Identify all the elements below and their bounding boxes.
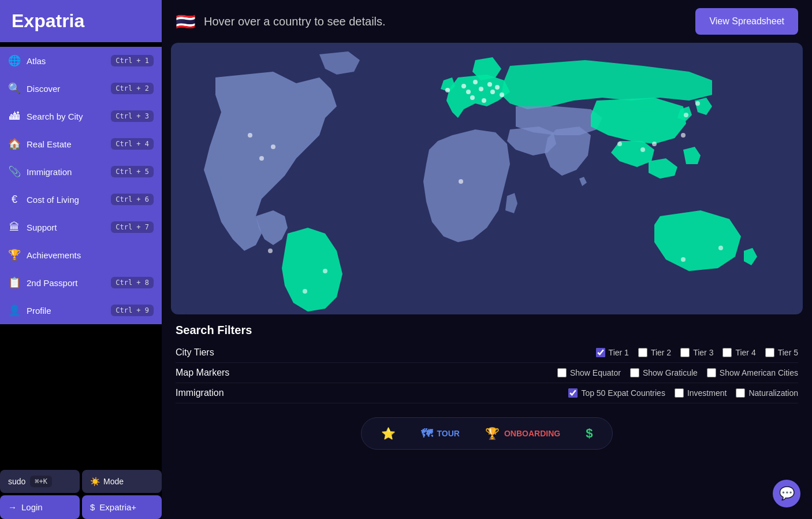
sidebar-item-label: Cost of Living xyxy=(27,195,79,205)
filter-row-map-markers: Map MarkersShow EquatorShow GraticuleSho… xyxy=(176,363,798,383)
sidebar-item-label: 2nd Passport xyxy=(27,278,77,288)
checkbox-naturalization[interactable] xyxy=(736,388,745,398)
sidebar-item-2nd-passport[interactable]: 📋 2nd Passport Ctrl + 8 xyxy=(0,269,162,296)
svg-point-1 xyxy=(461,84,466,88)
svg-point-17 xyxy=(640,147,645,152)
shortcut-badge: Ctrl + 2 xyxy=(111,83,154,94)
shortcut-badge: Ctrl + 1 xyxy=(111,55,154,66)
tour-icon: 🗺 xyxy=(421,427,433,440)
sun-icon: ☀️ xyxy=(90,477,100,486)
view-spreadsheet-button[interactable]: View Spreadsheet xyxy=(695,8,798,35)
svg-point-11 xyxy=(500,92,504,97)
sudo-button[interactable]: sudo ⌘+K xyxy=(0,470,80,493)
dollar-sign-icon: $ xyxy=(586,426,593,441)
sidebar-item-left: 🏆 Achievements xyxy=(8,249,81,261)
svg-point-13 xyxy=(259,156,264,161)
sidebar-item-left: 🏠 Real Estate xyxy=(8,138,72,150)
sidebar-item-left: 🌐 Atlas xyxy=(8,54,46,67)
header-left: 🇹🇭 Hover over a country to see details. xyxy=(176,12,386,31)
filter-controls-city-tiers: Tier 1Tier 2Tier 3Tier 4Tier 5 xyxy=(596,348,798,357)
chat-button[interactable]: 💬 xyxy=(773,480,800,507)
sidebar-item-label: Search by City xyxy=(27,112,83,121)
checkbox-tier1[interactable] xyxy=(596,348,605,357)
filter-label-text-show-american-cities: Show American Cities xyxy=(707,368,798,377)
filter-row-immigration-filter: ImmigrationTop 50 Expat CountriesInvestm… xyxy=(176,383,798,403)
sidebar-item-immigration[interactable]: 📎 Immigration Ctrl + 5 xyxy=(0,158,162,186)
checkbox-top50-expat[interactable] xyxy=(568,388,578,398)
checkbox-tier2[interactable] xyxy=(638,348,647,357)
filter-item-show-american-cities: Show American Cities xyxy=(707,368,798,377)
filter-label-text-tier1: Tier 1 xyxy=(596,348,629,357)
filter-label-map-markers: Map Markers xyxy=(176,368,268,378)
filter-label-text-naturalization: Naturalization xyxy=(736,388,798,398)
svg-point-9 xyxy=(495,85,500,90)
tab-tour[interactable]: 🗺 TOUR xyxy=(415,424,465,444)
immigration-icon: 📎 xyxy=(8,165,21,178)
filter-label-text-investment: Investment xyxy=(675,388,727,398)
svg-point-7 xyxy=(470,95,475,100)
sudo-label: sudo xyxy=(8,477,25,486)
shortcut-badge: Ctrl + 6 xyxy=(111,194,154,205)
filter-label-text-show-graticule: Show Graticule xyxy=(630,368,698,377)
sidebar-item-real-estate[interactable]: 🏠 Real Estate Ctrl + 4 xyxy=(0,130,162,158)
sidebar-item-profile[interactable]: 👤 Profile Ctrl + 9 xyxy=(0,296,162,324)
filter-item-naturalization: Naturalization xyxy=(736,388,798,398)
filter-label-text-tier4: Tier 4 xyxy=(722,348,755,357)
checkbox-investment[interactable] xyxy=(675,388,684,398)
login-row: → Login $ Expatria+ xyxy=(0,495,162,519)
sidebar-item-search-by-city[interactable]: 🏙 Search by City Ctrl + 3 xyxy=(0,102,162,130)
filter-row-city-tiers: City TiersTier 1Tier 2Tier 3Tier 4Tier 5 xyxy=(176,343,798,363)
mode-button[interactable]: ☀️ Mode xyxy=(82,470,162,493)
sidebar-item-achievements[interactable]: 🏆 Achievements xyxy=(0,241,162,269)
login-icon: → xyxy=(8,502,17,512)
tab-star[interactable]: ⭐ xyxy=(375,423,401,444)
real-estate-icon: 🏠 xyxy=(8,138,21,150)
shortcut-badge: Ctrl + 4 xyxy=(111,138,154,150)
checkbox-show-american-cities[interactable] xyxy=(707,368,716,377)
checkbox-tier4[interactable] xyxy=(722,348,732,357)
bottom-bar: ⭐ 🗺 TOUR 🏆 ONBOARDING $ xyxy=(162,413,812,457)
svg-point-2 xyxy=(473,80,478,84)
tab-dollar[interactable]: $ xyxy=(580,422,598,444)
checkbox-show-graticule[interactable] xyxy=(630,368,639,377)
shortcut-badge: Ctrl + 9 xyxy=(111,305,154,316)
sidebar-item-discover[interactable]: 🔍 Discover Ctrl + 2 xyxy=(0,75,162,102)
sidebar-item-support[interactable]: 🏛 Support Ctrl + 7 xyxy=(0,213,162,241)
world-map-container[interactable] xyxy=(171,43,803,314)
filter-item-show-graticule: Show Graticule xyxy=(630,368,698,377)
sidebar-item-atlas[interactable]: 🌐 Atlas Ctrl + 1 xyxy=(0,47,162,75)
sidebar-item-left: 📎 Immigration xyxy=(8,165,72,178)
expatria-plus-button[interactable]: $ Expatria+ xyxy=(82,495,162,519)
atlas-icon: 🌐 xyxy=(8,54,21,67)
sidebar-item-label: Achievements xyxy=(27,250,81,260)
shortcut-badge: Ctrl + 3 xyxy=(111,110,154,122)
svg-point-15 xyxy=(268,249,273,253)
hover-instruction: Hover over a country to see details. xyxy=(204,15,386,28)
expatria-plus-label: Expatria+ xyxy=(99,502,136,512)
filter-item-tier5: Tier 5 xyxy=(765,348,798,357)
svg-point-26 xyxy=(459,179,463,184)
svg-point-23 xyxy=(681,257,686,262)
sidebar-item-label: Support xyxy=(27,223,57,232)
sidebar-item-label: Atlas xyxy=(27,56,46,66)
checkbox-tier3[interactable] xyxy=(680,348,690,357)
sidebar-item-left: 🏙 Search by City xyxy=(8,110,83,123)
svg-point-16 xyxy=(617,142,622,146)
filter-label-text-show-equator: Show Equator xyxy=(557,368,621,377)
profile-icon: 👤 xyxy=(8,304,21,317)
sidebar-item-label: Immigration xyxy=(27,167,72,177)
sidebar-item-cost-of-living[interactable]: € Cost of Living Ctrl + 6 xyxy=(0,186,162,213)
sudo-mode-row: sudo ⌘+K ☀️ Mode xyxy=(0,470,162,493)
login-button[interactable]: → Login xyxy=(0,495,80,519)
filter-controls-immigration-filter: Top 50 Expat CountriesInvestmentNaturali… xyxy=(568,388,798,398)
sudo-shortcut: ⌘+K xyxy=(30,476,52,487)
svg-point-14 xyxy=(271,144,275,149)
svg-point-20 xyxy=(695,101,700,106)
sidebar-bottom: sudo ⌘+K ☀️ Mode → Login $ Expatria+ xyxy=(0,470,162,519)
checkbox-show-equator[interactable] xyxy=(557,368,567,377)
checkbox-tier5[interactable] xyxy=(765,348,774,357)
shortcut-badge: Ctrl + 8 xyxy=(111,277,154,288)
svg-point-5 xyxy=(466,90,471,94)
tab-onboarding[interactable]: 🏆 ONBOARDING xyxy=(479,423,566,444)
filter-item-tier3: Tier 3 xyxy=(680,348,713,357)
